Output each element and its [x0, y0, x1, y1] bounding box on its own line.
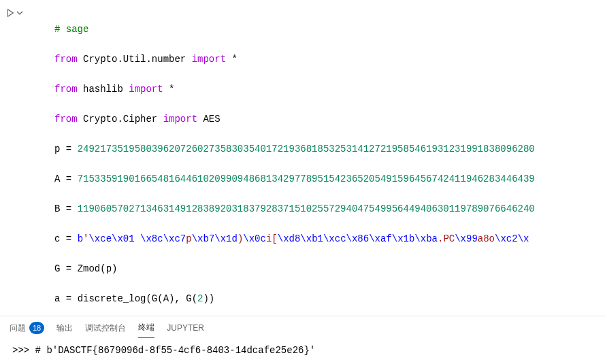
import-name: AES [203, 114, 220, 125]
string-part: i[ [266, 233, 278, 244]
module-name: hashlib [83, 84, 123, 95]
equals: = [60, 173, 77, 184]
escape-seq: \xce\x01 [88, 233, 134, 244]
call-expr: Zmod(p) [78, 263, 118, 274]
call-expr: discrete_log(G(A), G( [78, 293, 197, 304]
tab-problems[interactable]: 问题 18 [10, 322, 44, 338]
string-part: p [186, 233, 191, 244]
terminal-output[interactable]: >>> # b'DASCTF{8679096d-8f55-4cf6-8403-1… [0, 338, 605, 364]
problems-badge: 18 [29, 322, 44, 334]
equals: = [60, 144, 77, 154]
keyword-import: import [129, 84, 163, 95]
equals: = [60, 293, 77, 304]
panel-tabs: 问题 18 输出 调试控制台 终端 JUPYTER [0, 316, 605, 338]
number-literal: 7153359190166548164461020990948681342977… [78, 173, 535, 184]
play-icon[interactable] [5, 8, 15, 18]
keyword-import: import [163, 114, 197, 125]
string-part: a8o [478, 233, 495, 244]
string-part [135, 233, 140, 244]
cell-gutter [0, 7, 30, 364]
tab-debug-console[interactable]: 调试控制台 [85, 322, 126, 338]
star: * [169, 84, 174, 95]
chevron-down-icon[interactable] [16, 8, 23, 19]
escape-seq: \x99 [455, 233, 478, 244]
keyword-from: from [54, 114, 78, 125]
tab-jupyter[interactable]: JUPYTER [167, 323, 204, 337]
code-comment: # sage [54, 24, 88, 35]
keyword-import: import [192, 54, 226, 65]
escape-seq: \xd8\xb1\xcc\x86\xaf\x1b\xba [278, 233, 438, 244]
escape-seq: \xc2\x [495, 233, 529, 244]
editor-area: # sage from Crypto.Util.number import * … [0, 0, 605, 364]
module-name: Crypto.Cipher [83, 114, 157, 125]
string-part: .PC [438, 233, 455, 244]
tab-label: 调试控制台 [85, 322, 126, 334]
keyword-from: from [54, 54, 78, 65]
star: * [231, 54, 237, 65]
call-end: )) [203, 293, 214, 304]
bytes-prefix: b [78, 233, 83, 244]
equals: = [60, 203, 77, 214]
tab-label: 终端 [138, 322, 154, 333]
number-literal: 1190605702713463149128389203183792837151… [78, 203, 535, 214]
bottom-panel: 问题 18 输出 调试控制台 终端 JUPYTER >>> # b'DASCTF… [0, 316, 605, 364]
tab-label: JUPYTER [167, 323, 204, 333]
keyword-from: from [54, 84, 78, 95]
tab-terminal[interactable]: 终端 [138, 322, 154, 338]
tab-label: 输出 [56, 322, 73, 334]
module-name: Crypto.Util.number [83, 54, 186, 65]
equals: = [60, 233, 77, 244]
escape-seq: \x8c\xc7 [140, 233, 186, 244]
escape-seq: \x0c [243, 233, 266, 244]
tab-label: 问题 [10, 322, 26, 334]
equals: = [60, 263, 77, 274]
tab-output[interactable]: 输出 [56, 322, 73, 338]
terminal-line: >>> # b'DASCTF{8679096d-8f55-4cf6-8403-1… [12, 345, 593, 356]
code-block[interactable]: # sage from Crypto.Util.number import * … [30, 7, 605, 364]
number-literal: 2492173519580396207260273583035401721936… [78, 144, 535, 154]
escape-seq: \xb7\x1d [192, 233, 238, 244]
